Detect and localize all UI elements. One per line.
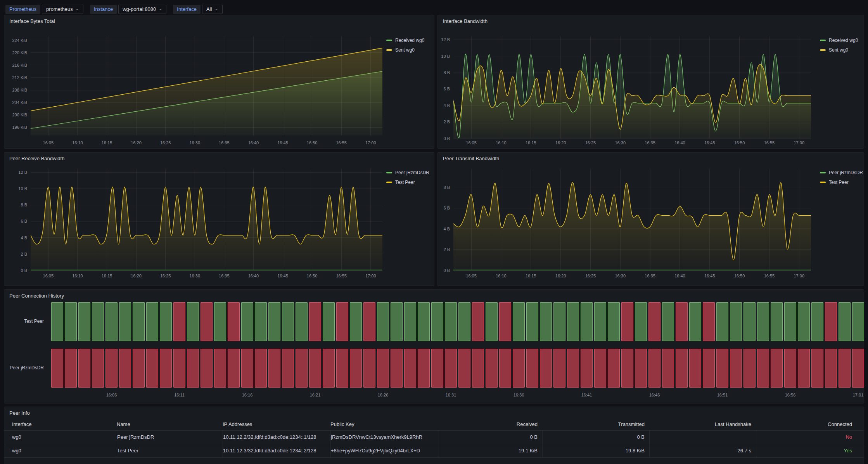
state-segment-connected[interactable] xyxy=(404,302,416,341)
state-segment-disconnected[interactable] xyxy=(689,349,701,388)
table-header-transmitted[interactable]: Transmitted xyxy=(542,420,649,430)
state-segment-disconnected[interactable] xyxy=(458,349,470,388)
state-segment-connected[interactable] xyxy=(105,302,118,341)
state-segment-connected[interactable] xyxy=(486,302,498,341)
state-segment-connected[interactable] xyxy=(689,302,701,341)
table-header-name[interactable]: Name xyxy=(117,420,223,430)
state-segment-disconnected[interactable] xyxy=(363,302,375,341)
state-segment-connected[interactable] xyxy=(268,302,280,341)
state-segment-disconnected[interactable] xyxy=(241,349,253,388)
state-segment-disconnected[interactable] xyxy=(309,349,321,388)
state-segment-disconnected[interactable] xyxy=(119,349,131,388)
interface-bandwidth-chart[interactable]: 0 B2 B4 B6 B8 B10 B12 B16:0516:1016:1516… xyxy=(438,15,864,148)
state-segment-disconnected[interactable] xyxy=(391,349,403,388)
state-segment-disconnected[interactable] xyxy=(621,349,633,388)
state-segment-connected[interactable] xyxy=(744,302,756,341)
state-segment-disconnected[interactable] xyxy=(567,349,579,388)
state-segment-disconnected[interactable] xyxy=(581,349,593,388)
state-segment-disconnected[interactable] xyxy=(648,302,661,341)
state-segment-disconnected[interactable] xyxy=(513,349,525,388)
state-segment-connected[interactable] xyxy=(662,302,674,341)
peer-transmit-bandwidth-chart[interactable]: 0 B2 B4 B6 B8 B16:0516:1016:1516:2016:25… xyxy=(438,152,864,286)
state-segment-disconnected[interactable] xyxy=(703,349,715,388)
state-segment-disconnected[interactable] xyxy=(173,302,185,341)
state-segment-disconnected[interactable] xyxy=(798,349,810,388)
state-segment-connected[interactable] xyxy=(187,302,199,341)
state-segment-disconnected[interactable] xyxy=(228,349,240,388)
state-segment-disconnected[interactable] xyxy=(472,349,484,388)
state-segment-disconnected[interactable] xyxy=(499,349,511,388)
state-segment-connected[interactable] xyxy=(526,302,538,341)
state-segment-disconnected[interactable] xyxy=(78,349,90,388)
state-segment-disconnected[interactable] xyxy=(553,349,565,388)
state-segment-connected[interactable] xyxy=(553,302,565,341)
state-segment-disconnected[interactable] xyxy=(160,349,172,388)
state-segment-disconnected[interactable] xyxy=(255,349,267,388)
state-segment-disconnected[interactable] xyxy=(486,349,498,388)
state-segment-disconnected[interactable] xyxy=(608,349,620,388)
state-segment-disconnected[interactable] xyxy=(105,349,118,388)
state-segment-disconnected[interactable] xyxy=(716,349,728,388)
state-segment-disconnected[interactable] xyxy=(173,349,185,388)
state-segment-connected[interactable] xyxy=(78,302,90,341)
state-segment-connected[interactable] xyxy=(608,302,620,341)
state-segment-connected[interactable] xyxy=(418,302,430,341)
state-segment-connected[interactable] xyxy=(133,302,145,341)
state-segment-disconnected[interactable] xyxy=(296,349,308,388)
variable-picker[interactable]: prometheus⌄ xyxy=(42,5,83,14)
state-segment-connected[interactable] xyxy=(160,302,172,341)
state-segment-disconnected[interactable] xyxy=(133,349,145,388)
state-segment-disconnected[interactable] xyxy=(282,349,294,388)
table-header-ip-addresses[interactable]: IP Addresses xyxy=(223,420,330,430)
state-segment-connected[interactable] xyxy=(839,302,851,341)
state-segment-connected[interactable] xyxy=(431,302,443,341)
state-segment-connected[interactable] xyxy=(377,302,389,341)
state-segment-connected[interactable] xyxy=(716,302,728,341)
state-segment-disconnected[interactable] xyxy=(65,349,77,388)
interface-bytes-total-chart[interactable]: 196 KiB200 KiB204 KiB208 KiB212 KiB216 K… xyxy=(4,15,434,148)
state-segment-connected[interactable] xyxy=(214,302,226,341)
state-segment-disconnected[interactable] xyxy=(445,349,457,388)
state-segment-disconnected[interactable] xyxy=(472,302,484,341)
state-segment-disconnected[interactable] xyxy=(214,349,226,388)
state-segment-connected[interactable] xyxy=(458,302,470,341)
state-segment-connected[interactable] xyxy=(581,302,593,341)
state-segment-disconnected[interactable] xyxy=(350,349,362,388)
state-segment-connected[interactable] xyxy=(255,302,267,341)
state-segment-disconnected[interactable] xyxy=(676,349,688,388)
state-segment-connected[interactable] xyxy=(350,302,362,341)
state-segment-disconnected[interactable] xyxy=(336,349,348,388)
table-header-last-handshake[interactable]: Last Handshake xyxy=(649,420,756,430)
legend-item-test-peer[interactable]: Test Peer xyxy=(820,179,863,186)
state-segment-connected[interactable] xyxy=(391,302,403,341)
state-segment-connected[interactable] xyxy=(784,302,796,341)
state-segment-disconnected[interactable] xyxy=(201,302,213,341)
state-segment-disconnected[interactable] xyxy=(703,302,715,341)
state-segment-disconnected[interactable] xyxy=(363,349,375,388)
state-segment-disconnected[interactable] xyxy=(51,349,63,388)
state-segment-disconnected[interactable] xyxy=(323,349,335,388)
legend-item-sent-wg0[interactable]: Sent wg0 xyxy=(820,47,858,54)
state-segment-disconnected[interactable] xyxy=(771,349,783,388)
state-segment-connected[interactable] xyxy=(811,302,823,341)
state-segment-disconnected[interactable] xyxy=(201,349,213,388)
legend-item-peer-jrzmdsdr[interactable]: Peer jRzmDsDR xyxy=(820,169,863,176)
state-segment-connected[interactable] xyxy=(594,302,606,341)
state-segment-connected[interactable] xyxy=(65,302,77,341)
state-segment-disconnected[interactable] xyxy=(431,349,443,388)
state-segment-disconnected[interactable] xyxy=(268,349,280,388)
state-segment-connected[interactable] xyxy=(540,302,552,341)
state-segment-disconnected[interactable] xyxy=(309,302,321,341)
state-segment-connected[interactable] xyxy=(51,302,63,341)
state-segment-connected[interactable] xyxy=(513,302,525,341)
table-header-received[interactable]: Received xyxy=(438,420,542,430)
state-segment-disconnected[interactable] xyxy=(662,349,674,388)
state-segment-connected[interactable] xyxy=(771,302,783,341)
legend-item-received-wg0[interactable]: Received wg0 xyxy=(386,37,424,44)
legend-item-received-wg0[interactable]: Received wg0 xyxy=(820,37,858,44)
state-segment-disconnected[interactable] xyxy=(676,302,688,341)
state-segment-disconnected[interactable] xyxy=(540,349,552,388)
state-segment-connected[interactable] xyxy=(567,302,579,341)
state-segment-disconnected[interactable] xyxy=(499,302,511,341)
state-segment-connected[interactable] xyxy=(92,302,104,341)
